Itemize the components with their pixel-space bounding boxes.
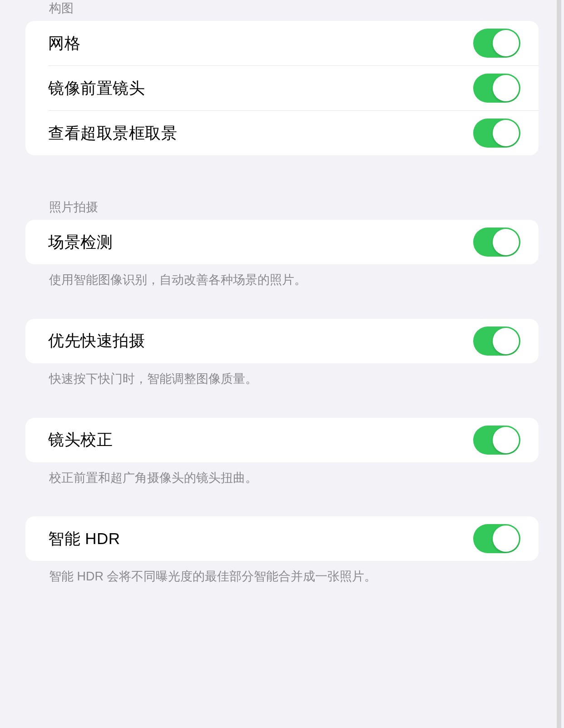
- toggle-knob: [493, 427, 519, 453]
- row-scene-detection: 场景检测: [25, 220, 539, 264]
- scrollbar[interactable]: [557, 0, 561, 728]
- label-grid: 网格: [48, 33, 80, 54]
- row-lens-correction: 镜头校正: [25, 418, 539, 462]
- footer-smart-hdr: 智能 HDR 会将不同曝光度的最佳部分智能合并成一张照片。: [0, 561, 564, 585]
- section-group-prioritize-faster: 优先快速拍摄: [25, 319, 539, 363]
- section-header-photo-capture: 照片拍摄: [0, 190, 564, 220]
- spacer: [0, 388, 564, 418]
- section-group-composition: 网格 镜像前置镜头 查看超取景框取景: [25, 21, 539, 155]
- row-grid: 网格: [25, 21, 539, 65]
- label-scene-detection: 场景检测: [48, 232, 113, 253]
- toggle-knob: [493, 229, 519, 255]
- footer-lens-correction: 校正前置和超广角摄像头的镜头扭曲。: [0, 462, 564, 487]
- label-prioritize-faster: 优先快速拍摄: [48, 330, 145, 352]
- toggle-grid[interactable]: [473, 29, 520, 58]
- spacer: [0, 155, 564, 190]
- label-mirror-front: 镜像前置镜头: [48, 78, 145, 99]
- footer-prioritize-faster: 快速按下快门时，智能调整图像质量。: [0, 363, 564, 388]
- toggle-knob: [493, 75, 519, 101]
- row-prioritize-faster: 优先快速拍摄: [25, 319, 539, 363]
- section-group-scene-detection: 场景检测: [25, 220, 539, 264]
- toggle-lens-correction[interactable]: [473, 426, 520, 455]
- toggle-prioritize-faster[interactable]: [473, 327, 520, 356]
- toggle-knob: [493, 30, 519, 56]
- toggle-knob: [493, 328, 519, 354]
- label-smart-hdr: 智能 HDR: [48, 528, 120, 550]
- settings-container: 构图 网格 镜像前置镜头 查看超取景框取景 照片拍摄: [0, 0, 564, 728]
- toggle-view-outside-frame[interactable]: [473, 119, 520, 148]
- toggle-scene-detection[interactable]: [473, 228, 520, 257]
- spacer: [0, 289, 564, 319]
- spacer: [0, 486, 564, 516]
- row-mirror-front: 镜像前置镜头: [25, 66, 539, 110]
- toggle-mirror-front[interactable]: [473, 74, 520, 103]
- toggle-smart-hdr[interactable]: [473, 524, 520, 553]
- footer-scene-detection: 使用智能图像识别，自动改善各种场景的照片。: [0, 264, 564, 289]
- toggle-knob: [493, 525, 519, 552]
- row-view-outside-frame: 查看超取景框取景: [25, 111, 539, 155]
- section-header-composition: 构图: [0, 0, 564, 21]
- section-group-lens-correction: 镜头校正: [25, 418, 539, 462]
- label-view-outside-frame: 查看超取景框取景: [48, 123, 177, 144]
- label-lens-correction: 镜头校正: [48, 429, 113, 451]
- section-group-smart-hdr: 智能 HDR: [25, 516, 539, 561]
- toggle-knob: [493, 120, 519, 146]
- row-smart-hdr: 智能 HDR: [25, 516, 539, 561]
